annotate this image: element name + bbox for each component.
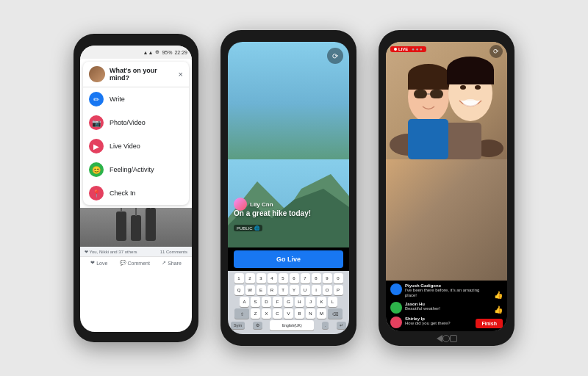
key-s[interactable]: S	[251, 297, 260, 307]
equipment-items	[116, 208, 156, 247]
phone-2-screen: ⟳ Lily Cnn O	[228, 42, 349, 334]
comment-avatar-3	[390, 317, 402, 328]
key-z[interactable]: Z	[251, 308, 260, 319]
shift-key[interactable]: ⇧	[234, 308, 249, 319]
key-6[interactable]: 6	[290, 273, 299, 283]
home-button[interactable]	[442, 335, 450, 342]
photo-icon: 📷	[89, 115, 104, 130]
key-o[interactable]: O	[323, 285, 332, 295]
comments-section: Piyush Gadigone I've been there before, …	[386, 281, 507, 332]
enter-key[interactable]: ↵	[337, 322, 346, 329]
key-g[interactable]: G	[284, 297, 293, 307]
finish-button[interactable]: Finish	[476, 319, 503, 328]
key-9[interactable]: 9	[323, 273, 332, 283]
key-u[interactable]: U	[301, 285, 310, 295]
key-p[interactable]: P	[334, 285, 343, 295]
comment-item-2: Jason Hu Beautiful weather!	[390, 302, 491, 314]
composer-header: What's on your mind? ×	[83, 62, 189, 87]
key-h[interactable]: H	[295, 297, 304, 307]
live-menu-item[interactable]: ▶ Live Video	[83, 134, 189, 158]
back-button[interactable]	[437, 335, 442, 342]
key-j[interactable]: J	[306, 297, 315, 307]
sym-key[interactable]: Sym	[231, 322, 245, 329]
backspace-key[interactable]: ⌫	[328, 308, 343, 319]
write-label: Write	[110, 95, 125, 103]
key-t[interactable]: T	[279, 285, 288, 295]
key-e[interactable]: E	[257, 285, 266, 295]
keyboard-row-qwerty: Q W E R T Y U I O P	[229, 285, 348, 295]
comment-text-wrap-1: Piyush Gadigone I've been there before, …	[405, 283, 491, 300]
svg-point-17	[475, 85, 481, 90]
feeling-menu-item[interactable]: 😊 Feeling/Activity	[83, 158, 189, 181]
key-k[interactable]: K	[317, 297, 326, 307]
key-x[interactable]: X	[262, 308, 271, 319]
reaction-bar: ❤ You, Nikki and 37 others 11 Comments	[80, 247, 192, 256]
key-2[interactable]: 2	[245, 273, 255, 283]
key-f[interactable]: F	[273, 297, 282, 307]
selfie-content	[386, 42, 507, 281]
key-0[interactable]: 0	[334, 273, 343, 283]
key-3[interactable]: 3	[257, 273, 266, 283]
svg-point-18	[463, 99, 478, 106]
comment-avatar-2	[390, 302, 402, 314]
period-key[interactable]: .	[322, 322, 329, 329]
key-7[interactable]: 7	[301, 273, 310, 283]
key-4[interactable]: 4	[268, 273, 277, 283]
comment-text-3: How did you get there?	[405, 321, 473, 327]
share-button[interactable]: ↗ Share	[162, 260, 182, 266]
viewer-count: ● ● ●	[412, 47, 422, 51]
feed-image: ❤ You, Nikki and 37 others 11 Comments ❤…	[80, 208, 192, 269]
key-8[interactable]: 8	[312, 273, 321, 283]
key-b[interactable]: B	[295, 308, 304, 319]
camera-flip-button-live[interactable]: ⟳	[490, 45, 503, 58]
photo-label: Photo/Video	[110, 119, 146, 126]
write-menu-item[interactable]: ✏ Write	[83, 87, 189, 111]
go-live-button[interactable]: Go Live	[234, 250, 343, 268]
love-button[interactable]: ❤ Love	[90, 260, 107, 266]
live-label: Live Video	[110, 142, 140, 150]
live-stream-screen: LIVE ● ● ● ⟳ Piyush Gadigone I've been t…	[386, 42, 507, 331]
like-icon-2[interactable]: 👍	[494, 306, 503, 314]
comment-count: 11 Comments	[160, 250, 187, 254]
selfie-view: LIVE ● ● ● ⟳	[386, 42, 507, 281]
space-key[interactable]: English(UK)	[270, 320, 314, 330]
live-icon: ▶	[89, 139, 104, 153]
key-w[interactable]: W	[245, 285, 255, 295]
key-c[interactable]: C	[273, 308, 282, 319]
close-button[interactable]: ×	[179, 70, 183, 79]
nav-bar	[429, 331, 465, 346]
svg-point-16	[460, 85, 466, 90]
live-dot	[394, 48, 397, 51]
photo-menu-item[interactable]: 📷 Photo/Video	[83, 111, 189, 134]
user-name-live: Lily Cnn	[250, 201, 273, 208]
comment-row-3: Shirley Ip How did you get there? Finish	[390, 317, 503, 328]
key-m[interactable]: M	[317, 308, 326, 319]
comment-avatar-1	[390, 283, 402, 295]
key-a[interactable]: A	[240, 297, 249, 307]
key-r[interactable]: R	[268, 285, 277, 295]
phone-2: ⟳ Lily Cnn O	[220, 30, 356, 346]
live-label: LIVE	[398, 47, 408, 51]
comment-text-wrap-3: Shirley Ip How did you get there?	[405, 317, 473, 327]
checkin-menu-item[interactable]: 📍 Check In	[83, 181, 189, 205]
like-icon-1[interactable]: 👍	[494, 291, 503, 299]
comment-button[interactable]: 💬 Comment	[120, 260, 150, 266]
key-i[interactable]: I	[312, 285, 321, 295]
settings-key[interactable]: ⚙	[253, 322, 262, 329]
key-y[interactable]: Y	[290, 285, 299, 295]
comment-row-2: Jason Hu Beautiful weather! 👍	[390, 302, 503, 314]
comment-text-1: I've been there before, it's an amazing …	[405, 288, 491, 300]
key-v[interactable]: V	[284, 308, 293, 319]
wifi-icon: ⊕	[155, 49, 159, 55]
hang-item-1	[116, 212, 126, 241]
key-q[interactable]: Q	[234, 285, 244, 295]
action-bar: ❤ Love 💬 Comment ↗ Share	[80, 256, 192, 269]
key-1[interactable]: 1	[234, 273, 244, 283]
time-display: 22:29	[174, 50, 187, 55]
camera-flip-button[interactable]: ⟳	[327, 48, 343, 64]
key-l[interactable]: L	[328, 297, 337, 307]
recent-apps-button[interactable]	[450, 335, 457, 342]
key-n[interactable]: N	[306, 308, 315, 319]
key-d[interactable]: D	[262, 297, 271, 307]
key-5[interactable]: 5	[279, 273, 288, 283]
